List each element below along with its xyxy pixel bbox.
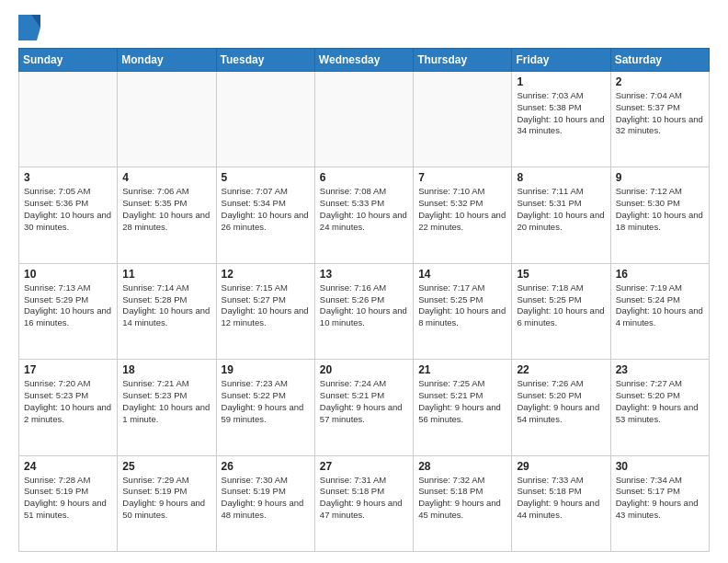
day-info: Sunrise: 7:17 AMSunset: 5:25 PMDaylight:… — [418, 282, 506, 329]
calendar-cell: 10Sunrise: 7:13 AMSunset: 5:29 PMDayligh… — [19, 263, 118, 359]
day-info: Sunrise: 7:14 AMSunset: 5:28 PMDaylight:… — [122, 282, 210, 329]
day-number: 5 — [222, 171, 310, 184]
day-number: 8 — [517, 171, 605, 184]
calendar-cell: 6Sunrise: 7:08 AMSunset: 5:33 PMDaylight… — [314, 167, 413, 263]
day-number: 19 — [222, 363, 310, 376]
day-info: Sunrise: 7:27 AMSunset: 5:20 PMDaylight:… — [616, 378, 704, 425]
calendar-cell: 24Sunrise: 7:28 AMSunset: 5:19 PMDayligh… — [19, 455, 118, 551]
day-number: 10 — [24, 268, 112, 281]
page: SundayMondayTuesdayWednesdayThursdayFrid… — [0, 0, 728, 563]
calendar-cell: 3Sunrise: 7:05 AMSunset: 5:36 PMDaylight… — [19, 167, 118, 263]
day-number: 17 — [24, 363, 112, 376]
day-info: Sunrise: 7:10 AMSunset: 5:32 PMDaylight:… — [418, 186, 506, 233]
day-number: 14 — [418, 268, 506, 281]
day-number: 7 — [418, 171, 506, 184]
calendar-cell: 16Sunrise: 7:19 AMSunset: 5:24 PMDayligh… — [610, 263, 709, 359]
calendar-cell: 12Sunrise: 7:15 AMSunset: 5:27 PMDayligh… — [216, 263, 314, 359]
day-info: Sunrise: 7:25 AMSunset: 5:21 PMDaylight:… — [418, 378, 506, 425]
calendar-cell: 30Sunrise: 7:34 AMSunset: 5:17 PMDayligh… — [610, 455, 709, 551]
calendar-cell — [118, 72, 216, 167]
day-info: Sunrise: 7:29 AMSunset: 5:19 PMDaylight:… — [122, 475, 210, 522]
day-info: Sunrise: 7:34 AMSunset: 5:17 PMDaylight:… — [616, 475, 704, 522]
header — [18, 15, 710, 40]
calendar-cell: 17Sunrise: 7:20 AMSunset: 5:23 PMDayligh… — [19, 360, 118, 455]
day-info: Sunrise: 7:13 AMSunset: 5:29 PMDaylight:… — [24, 282, 112, 329]
calendar-cell: 23Sunrise: 7:27 AMSunset: 5:20 PMDayligh… — [610, 360, 709, 455]
calendar-cell: 1Sunrise: 7:03 AMSunset: 5:38 PMDaylight… — [512, 72, 610, 167]
week-row-1: 1Sunrise: 7:03 AMSunset: 5:38 PMDaylight… — [19, 72, 710, 167]
day-info: Sunrise: 7:19 AMSunset: 5:24 PMDaylight:… — [616, 282, 704, 329]
day-info: Sunrise: 7:03 AMSunset: 5:38 PMDaylight:… — [517, 90, 605, 137]
calendar-cell: 15Sunrise: 7:18 AMSunset: 5:25 PMDayligh… — [512, 263, 610, 359]
day-number: 30 — [616, 460, 704, 473]
calendar-cell: 2Sunrise: 7:04 AMSunset: 5:37 PMDaylight… — [610, 72, 709, 167]
weekday-header-wednesday: Wednesday — [314, 49, 413, 72]
day-number: 28 — [418, 460, 506, 473]
day-number: 22 — [517, 363, 605, 376]
day-number: 2 — [616, 75, 704, 88]
week-row-4: 17Sunrise: 7:20 AMSunset: 5:23 PMDayligh… — [19, 360, 710, 455]
day-number: 25 — [122, 460, 210, 473]
calendar-cell — [314, 72, 413, 167]
day-number: 3 — [24, 171, 112, 184]
day-info: Sunrise: 7:28 AMSunset: 5:19 PMDaylight:… — [24, 475, 112, 522]
day-number: 16 — [616, 268, 704, 281]
day-info: Sunrise: 7:33 AMSunset: 5:18 PMDaylight:… — [517, 475, 605, 522]
calendar-cell: 4Sunrise: 7:06 AMSunset: 5:35 PMDaylight… — [118, 167, 216, 263]
day-number: 20 — [320, 363, 408, 376]
day-number: 12 — [222, 268, 310, 281]
day-number: 15 — [517, 268, 605, 281]
calendar: SundayMondayTuesdayWednesdayThursdayFrid… — [18, 48, 710, 552]
weekday-header-thursday: Thursday — [414, 49, 512, 72]
day-info: Sunrise: 7:06 AMSunset: 5:35 PMDaylight:… — [122, 186, 210, 233]
day-number: 26 — [222, 460, 310, 473]
calendar-cell: 9Sunrise: 7:12 AMSunset: 5:30 PMDaylight… — [610, 167, 709, 263]
day-info: Sunrise: 7:32 AMSunset: 5:18 PMDaylight:… — [418, 475, 506, 522]
day-info: Sunrise: 7:20 AMSunset: 5:23 PMDaylight:… — [24, 378, 112, 425]
day-info: Sunrise: 7:07 AMSunset: 5:34 PMDaylight:… — [222, 186, 310, 233]
calendar-cell — [19, 72, 118, 167]
calendar-cell: 5Sunrise: 7:07 AMSunset: 5:34 PMDaylight… — [216, 167, 314, 263]
day-info: Sunrise: 7:21 AMSunset: 5:23 PMDaylight:… — [122, 378, 210, 425]
week-row-2: 3Sunrise: 7:05 AMSunset: 5:36 PMDaylight… — [19, 167, 710, 263]
weekday-header-monday: Monday — [118, 49, 216, 72]
weekday-header-saturday: Saturday — [610, 49, 709, 72]
weekday-header-tuesday: Tuesday — [216, 49, 314, 72]
day-info: Sunrise: 7:04 AMSunset: 5:37 PMDaylight:… — [616, 90, 704, 137]
calendar-cell: 8Sunrise: 7:11 AMSunset: 5:31 PMDaylight… — [512, 167, 610, 263]
calendar-cell: 20Sunrise: 7:24 AMSunset: 5:21 PMDayligh… — [314, 360, 413, 455]
calendar-cell: 29Sunrise: 7:33 AMSunset: 5:18 PMDayligh… — [512, 455, 610, 551]
day-info: Sunrise: 7:31 AMSunset: 5:18 PMDaylight:… — [320, 475, 408, 522]
day-number: 18 — [122, 363, 210, 376]
logo — [18, 15, 44, 40]
weekday-header-row: SundayMondayTuesdayWednesdayThursdayFrid… — [19, 49, 710, 72]
calendar-cell: 11Sunrise: 7:14 AMSunset: 5:28 PMDayligh… — [118, 263, 216, 359]
day-info: Sunrise: 7:30 AMSunset: 5:19 PMDaylight:… — [222, 475, 310, 522]
day-info: Sunrise: 7:26 AMSunset: 5:20 PMDaylight:… — [517, 378, 605, 425]
day-number: 6 — [320, 171, 408, 184]
calendar-cell — [414, 72, 512, 167]
calendar-cell: 21Sunrise: 7:25 AMSunset: 5:21 PMDayligh… — [414, 360, 512, 455]
day-number: 9 — [616, 171, 704, 184]
calendar-cell: 13Sunrise: 7:16 AMSunset: 5:26 PMDayligh… — [314, 263, 413, 359]
calendar-cell: 19Sunrise: 7:23 AMSunset: 5:22 PMDayligh… — [216, 360, 314, 455]
day-number: 21 — [418, 363, 506, 376]
logo-icon — [18, 15, 40, 40]
calendar-cell: 25Sunrise: 7:29 AMSunset: 5:19 PMDayligh… — [118, 455, 216, 551]
day-number: 13 — [320, 268, 408, 281]
calendar-cell — [216, 72, 314, 167]
day-info: Sunrise: 7:11 AMSunset: 5:31 PMDaylight:… — [517, 186, 605, 233]
day-info: Sunrise: 7:16 AMSunset: 5:26 PMDaylight:… — [320, 282, 408, 329]
day-number: 27 — [320, 460, 408, 473]
day-info: Sunrise: 7:12 AMSunset: 5:30 PMDaylight:… — [616, 186, 704, 233]
calendar-cell: 18Sunrise: 7:21 AMSunset: 5:23 PMDayligh… — [118, 360, 216, 455]
calendar-cell: 27Sunrise: 7:31 AMSunset: 5:18 PMDayligh… — [314, 455, 413, 551]
day-info: Sunrise: 7:08 AMSunset: 5:33 PMDaylight:… — [320, 186, 408, 233]
day-number: 1 — [517, 75, 605, 88]
day-info: Sunrise: 7:23 AMSunset: 5:22 PMDaylight:… — [222, 378, 310, 425]
calendar-cell: 28Sunrise: 7:32 AMSunset: 5:18 PMDayligh… — [414, 455, 512, 551]
calendar-cell: 26Sunrise: 7:30 AMSunset: 5:19 PMDayligh… — [216, 455, 314, 551]
day-number: 29 — [517, 460, 605, 473]
day-number: 23 — [616, 363, 704, 376]
day-info: Sunrise: 7:05 AMSunset: 5:36 PMDaylight:… — [24, 186, 112, 233]
